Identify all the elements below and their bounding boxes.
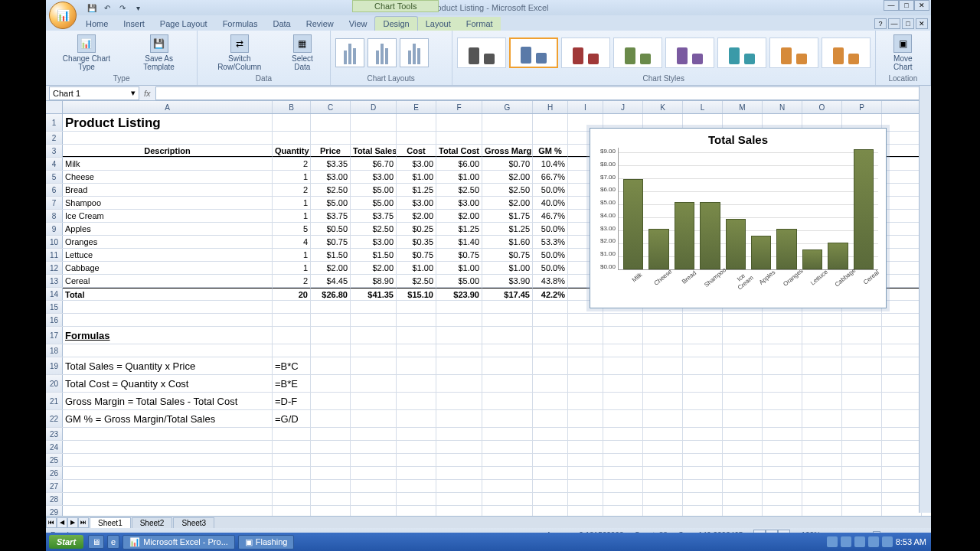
row-header[interactable]: 12 xyxy=(46,262,63,274)
cell[interactable] xyxy=(63,428,273,440)
sheet-tab-3[interactable]: Sheet3 xyxy=(173,517,214,528)
cell[interactable]: 40.0% xyxy=(533,197,568,209)
row-header[interactable]: 22 xyxy=(46,410,63,427)
cell[interactable] xyxy=(436,344,482,357)
cell[interactable] xyxy=(311,493,351,505)
cell[interactable]: 1 xyxy=(273,249,311,261)
cell[interactable] xyxy=(603,454,643,466)
cell[interactable] xyxy=(273,493,311,505)
cell[interactable] xyxy=(603,375,643,392)
cell[interactable] xyxy=(273,344,311,357)
sheet-nav-first[interactable]: ⏮ xyxy=(46,517,57,528)
cell[interactable] xyxy=(63,314,273,326)
cell[interactable] xyxy=(683,327,723,344)
row-header[interactable]: 24 xyxy=(46,441,63,453)
cell[interactable] xyxy=(436,493,482,505)
sheet-nav-last[interactable]: ⏭ xyxy=(78,517,89,528)
cell[interactable] xyxy=(351,410,397,427)
cell[interactable] xyxy=(763,314,802,326)
cell[interactable]: $17.45 xyxy=(482,288,533,300)
cell[interactable]: 1 xyxy=(273,210,311,222)
cell[interactable] xyxy=(436,357,482,374)
cell[interactable] xyxy=(273,314,311,326)
cell[interactable] xyxy=(802,357,842,374)
cell[interactable] xyxy=(882,184,922,196)
cell[interactable] xyxy=(568,480,603,492)
cell[interactable]: Apples xyxy=(63,223,273,235)
cell[interactable] xyxy=(842,441,882,453)
cell[interactable] xyxy=(763,428,802,440)
cell[interactable]: $0.70 xyxy=(482,158,533,170)
column-header[interactable]: H xyxy=(533,101,568,113)
cell[interactable] xyxy=(643,480,683,492)
cell[interactable] xyxy=(802,393,842,409)
cell[interactable] xyxy=(436,314,482,326)
cell[interactable] xyxy=(603,314,643,326)
cell[interactable] xyxy=(436,132,482,144)
name-box[interactable]: Chart 1▾ xyxy=(49,86,139,100)
chart-style-thumb[interactable] xyxy=(822,37,871,68)
cell[interactable] xyxy=(436,454,482,466)
cell[interactable] xyxy=(802,454,842,466)
formula-input[interactable] xyxy=(155,86,931,100)
cell[interactable] xyxy=(397,480,436,492)
cell[interactable]: Formulas xyxy=(63,327,273,344)
cell[interactable]: $6.00 xyxy=(436,158,482,170)
cell[interactable] xyxy=(568,454,603,466)
cell[interactable] xyxy=(63,441,273,453)
cell[interactable]: $0.35 xyxy=(397,236,436,248)
column-header[interactable]: G xyxy=(482,101,533,113)
cell[interactable] xyxy=(436,301,482,313)
row-header[interactable]: 21 xyxy=(46,393,63,409)
taskbar-flashing[interactable]: ▣Flashing xyxy=(238,535,295,549)
cell[interactable]: $0.75 xyxy=(482,249,533,261)
cell[interactable]: Shampoo xyxy=(63,197,273,209)
tab-data[interactable]: Data xyxy=(265,17,298,31)
cell[interactable]: $6.70 xyxy=(351,158,397,170)
row-header[interactable]: 23 xyxy=(46,428,63,440)
row-header[interactable]: 20 xyxy=(46,375,63,392)
cell[interactable] xyxy=(603,327,643,344)
row-header[interactable]: 1 xyxy=(46,114,63,131)
row-header[interactable]: 3 xyxy=(46,145,63,157)
cell[interactable] xyxy=(683,344,723,357)
cell[interactable] xyxy=(533,493,568,505)
cell[interactable]: Description xyxy=(63,145,273,157)
cell[interactable]: $1.00 xyxy=(482,262,533,274)
cell[interactable] xyxy=(351,132,397,144)
cell[interactable] xyxy=(351,428,397,440)
cell[interactable] xyxy=(568,441,603,453)
cell[interactable] xyxy=(683,375,723,392)
cell[interactable] xyxy=(397,506,436,516)
cell[interactable]: 20 xyxy=(273,288,311,300)
row-header[interactable]: 2 xyxy=(46,132,63,144)
cell[interactable] xyxy=(311,480,351,492)
redo-icon[interactable]: ↷ xyxy=(116,2,129,14)
cell[interactable]: Total Sales xyxy=(351,145,397,157)
cell[interactable] xyxy=(763,441,802,453)
cell[interactable]: $3.75 xyxy=(351,210,397,222)
cell[interactable]: 53.3% xyxy=(533,236,568,248)
cell[interactable] xyxy=(842,314,882,326)
save-icon[interactable]: 💾 xyxy=(86,2,98,14)
cell[interactable] xyxy=(603,493,643,505)
row-header[interactable]: 14 xyxy=(46,288,63,300)
cell[interactable] xyxy=(643,410,683,427)
cell[interactable] xyxy=(802,344,842,357)
cell[interactable] xyxy=(397,467,436,479)
cell[interactable] xyxy=(482,132,533,144)
cell[interactable]: Bread xyxy=(63,184,273,196)
cell[interactable] xyxy=(723,314,763,326)
row-header[interactable]: 8 xyxy=(46,210,63,222)
cell[interactable]: $3.90 xyxy=(482,275,533,287)
switch-row-column-button[interactable]: ⇄Switch Row/Column xyxy=(202,33,276,73)
cell[interactable]: $5.00 xyxy=(351,197,397,209)
column-header[interactable]: L xyxy=(683,101,723,113)
cell[interactable] xyxy=(842,327,882,344)
cell[interactable] xyxy=(63,132,273,144)
cell[interactable]: Total xyxy=(63,288,273,300)
cell[interactable] xyxy=(882,288,922,300)
cell[interactable] xyxy=(683,357,723,374)
cell[interactable]: $1.75 xyxy=(482,210,533,222)
cell[interactable] xyxy=(436,428,482,440)
